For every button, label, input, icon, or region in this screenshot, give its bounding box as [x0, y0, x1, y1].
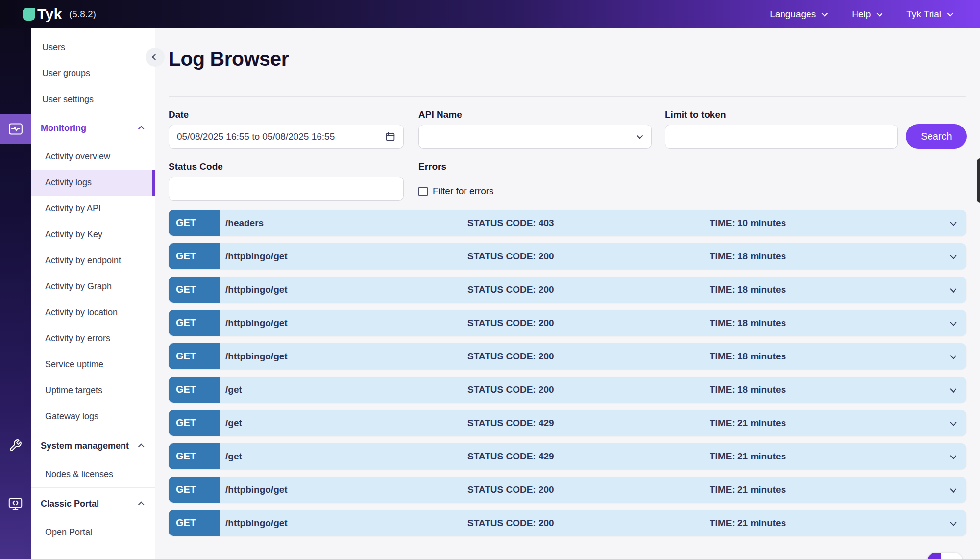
log-row[interactable]: GET /get STATUS CODE: 200 TIME: 18 minut… [169, 377, 966, 403]
chevron-up-icon [138, 126, 145, 132]
sidebar-item-activity-by-key[interactable]: Activity by Key [31, 222, 155, 248]
log-row[interactable]: GET /httpbingo/get STATUS CODE: 200 TIME… [169, 477, 966, 503]
system-management-strip-button[interactable] [0, 439, 31, 452]
filter-for-errors-checkbox[interactable]: Filter for errors [418, 186, 494, 197]
languages-menu[interactable]: Languages [770, 9, 826, 20]
tyk-trial-menu[interactable]: Tyk Trial [906, 9, 952, 20]
log-row[interactable]: GET /httpbingo/get STATUS CODE: 200 TIME… [169, 243, 966, 269]
chevron-down-icon [950, 385, 956, 392]
tyk-logo-icon [23, 8, 35, 21]
method-badge: GET [169, 477, 220, 503]
sidebar-item-label: Activity by Key [45, 229, 102, 240]
log-row[interactable]: GET /get STATUS CODE: 429 TIME: 21 minut… [169, 410, 966, 436]
scrollbar-thumb[interactable] [977, 158, 980, 203]
log-time: TIME: 21 minutes [710, 418, 939, 429]
sidebar-item-gateway-logs[interactable]: Gateway logs [31, 404, 155, 430]
tyk-logo: Tyk (5.8.2) [23, 6, 96, 23]
sidebar-item-label: Activity logs [45, 178, 92, 188]
date-range-field[interactable] [169, 125, 404, 149]
log-path: /httpbingo/get [220, 351, 467, 362]
sidebar-item-activity-by-errors[interactable]: Activity by errors [31, 326, 155, 352]
expand-row-button[interactable] [950, 219, 955, 228]
sidebar-item-activity-overview[interactable]: Activity overview [31, 144, 155, 170]
search-button[interactable]: Search [906, 124, 967, 149]
expand-row-button[interactable] [950, 319, 955, 328]
sidebar-item-user-settings[interactable]: User settings [31, 86, 155, 112]
checkbox-icon[interactable] [418, 187, 428, 196]
sidebar-item-service-uptime[interactable]: Service uptime [31, 352, 155, 378]
log-row[interactable]: GET /httpbingo/get STATUS CODE: 200 TIME… [169, 510, 966, 536]
log-time: TIME: 18 minutes [710, 351, 939, 362]
status-code-field[interactable] [169, 177, 404, 201]
chevron-down-icon [950, 319, 956, 326]
sidebar-item-label: Nodes & licenses [45, 469, 113, 480]
method-badge: GET [169, 510, 220, 536]
api-name-input[interactable] [419, 125, 637, 148]
expand-row-button[interactable] [950, 452, 955, 461]
chevron-down-icon [950, 485, 956, 492]
sidebar-item-user-groups[interactable]: User groups [31, 60, 155, 86]
limit-to-token-input[interactable] [665, 125, 897, 148]
expand-row-button[interactable] [950, 352, 955, 361]
sidebar-item-uptime-targets[interactable]: Uptime targets [31, 378, 155, 404]
log-row[interactable]: GET /httpbingo/get STATUS CODE: 200 TIME… [169, 277, 966, 303]
collapse-sidebar-button[interactable] [146, 48, 165, 67]
dev-portal-icon [8, 498, 23, 511]
sidebar-item-activity-by-location[interactable]: Activity by location [31, 300, 155, 326]
chevron-down-icon [950, 252, 956, 259]
expand-row-button[interactable] [950, 519, 955, 528]
sidebar-item-label: Activity by errors [45, 333, 110, 344]
collapse-sidebar-icon [152, 54, 158, 60]
sidebar-header-system-management[interactable]: System management [31, 430, 155, 461]
sidebar-item-open-portal[interactable]: Open Portal [31, 519, 155, 545]
activity-monitor-icon [9, 123, 23, 135]
sidebar-header-classic-portal[interactable]: Classic Portal [31, 488, 155, 519]
log-path: /httpbingo/get [220, 284, 467, 295]
log-status-code: STATUS CODE: 200 [467, 384, 710, 395]
date-range-input[interactable] [169, 125, 385, 148]
sidebar-item-activity-by-api[interactable]: Activity by API [31, 196, 155, 222]
portal-strip-button[interactable] [0, 498, 31, 511]
sidebar-item-label: Activity overview [45, 152, 110, 162]
chevron-down-icon [950, 452, 956, 459]
expand-row-button[interactable] [950, 385, 955, 394]
log-row[interactable]: GET /headers STATUS CODE: 403 TIME: 10 m… [169, 210, 966, 236]
filter-for-errors-label: Filter for errors [433, 186, 494, 197]
monitoring-strip-button[interactable] [0, 114, 31, 144]
limit-to-token-field[interactable] [665, 125, 898, 149]
log-status-code: STATUS CODE: 200 [467, 351, 710, 362]
status-code-input[interactable] [169, 177, 403, 200]
log-path: /headers [220, 218, 467, 229]
log-time: TIME: 18 minutes [710, 284, 939, 295]
log-row[interactable]: GET /get STATUS CODE: 429 TIME: 21 minut… [169, 443, 966, 469]
method-badge: GET [169, 310, 220, 336]
expand-row-button[interactable] [950, 285, 955, 294]
expand-row-button[interactable] [950, 252, 955, 261]
expand-row-button[interactable] [950, 485, 955, 494]
chevron-up-icon [138, 443, 145, 450]
help-menu[interactable]: Help [852, 9, 881, 20]
sidebar-item-activity-by-endpoint[interactable]: Activity by endpoint [31, 248, 155, 274]
chevron-down-icon [947, 10, 954, 17]
method-badge: GET [169, 343, 220, 369]
calendar-icon[interactable] [385, 131, 395, 142]
sidebar-header-label: System management [41, 441, 129, 451]
sidebar-item-nodes-licenses[interactable]: Nodes & licenses [31, 461, 155, 487]
sidebar-item-label: Service uptime [45, 359, 103, 370]
sidebar-item-activity-by-graph[interactable]: Activity by Graph [31, 274, 155, 300]
log-row[interactable]: GET /httpbingo/get STATUS CODE: 200 TIME… [169, 310, 966, 336]
expand-row-button[interactable] [950, 419, 955, 428]
log-path: /httpbingo/get [220, 484, 467, 495]
log-path: /httpbingo/get [220, 518, 467, 529]
chat-fab-button[interactable] [927, 553, 963, 559]
sidebar-item-label: Open Portal [45, 527, 92, 537]
sidebar-item-users[interactable]: Users [31, 34, 155, 60]
log-row[interactable]: GET /httpbingo/get STATUS CODE: 200 TIME… [169, 343, 966, 369]
method-badge: GET [169, 377, 220, 403]
tyk-trial-menu-label: Tyk Trial [906, 9, 941, 20]
sidebar-item-activity-logs[interactable]: Activity logs [31, 170, 155, 196]
api-name-select[interactable] [418, 125, 652, 149]
chevron-down-icon [637, 133, 643, 139]
sidebar-header-monitoring[interactable]: Monitoring [31, 112, 155, 144]
sidebar-header-label: Classic Portal [41, 499, 99, 509]
